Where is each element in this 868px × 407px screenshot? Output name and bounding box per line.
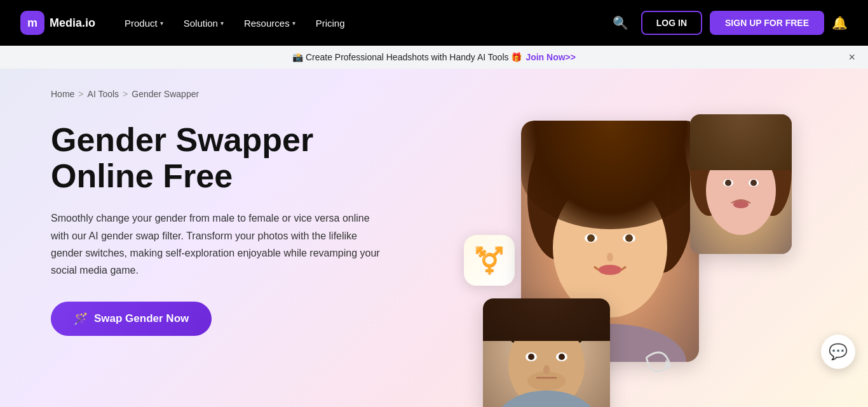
logo-text: Media.io <box>50 17 95 30</box>
logo[interactable]: m Media.io <box>20 11 95 35</box>
logo-icon: m <box>20 11 44 35</box>
chevron-down-icon: ▾ <box>160 20 163 27</box>
svg-point-3 <box>553 178 667 317</box>
svg-point-19 <box>733 201 749 208</box>
chat-widget[interactable]: 💬 <box>821 335 855 369</box>
breadcrumb-home[interactable]: Home <box>51 89 74 99</box>
signup-button[interactable]: SIGN UP FOR FREE <box>710 11 824 35</box>
nav-item-product[interactable]: Product ▾ <box>116 13 172 34</box>
gender-symbol-icon: ⚧️ <box>473 246 505 276</box>
breadcrumb-current: Gender Swapper <box>132 89 199 99</box>
male-portrait-card <box>483 298 610 407</box>
breadcrumb: Home > AI Tools > Gender Swapper <box>51 89 817 99</box>
svg-point-26 <box>527 371 566 390</box>
bell-icon[interactable]: 🔔 <box>832 15 848 30</box>
nav-item-pricing[interactable]: Pricing <box>307 13 354 34</box>
svg-point-8 <box>599 265 621 275</box>
svg-point-5 <box>587 234 595 242</box>
svg-point-16 <box>725 180 731 186</box>
breadcrumb-ai-tools[interactable]: AI Tools <box>88 89 119 99</box>
navbar: m Media.io Product ▾ Solution ▾ Resource… <box>0 0 868 46</box>
secondary-portrait-image <box>690 114 792 254</box>
swap-gender-button[interactable]: 🪄 Swap Gender Now <box>51 302 212 336</box>
nav-item-resources[interactable]: Resources ▾ <box>235 13 304 34</box>
hero-title: Gender Swapper Online Free <box>51 122 419 194</box>
hero-left: Gender Swapper Online Free Smoothly chan… <box>51 114 419 336</box>
banner-text: 📸 Create Professional Headshots with Han… <box>292 52 522 62</box>
banner-close-button[interactable]: × <box>848 51 855 64</box>
nav-item-solution[interactable]: Solution ▾ <box>175 13 233 34</box>
swap-icon: 🪄 <box>74 312 88 326</box>
svg-point-29 <box>496 390 597 407</box>
announcement-banner: 📸 Create Professional Headshots with Han… <box>0 46 868 69</box>
hero-section: Home > AI Tools > Gender Swapper Gender … <box>0 69 868 407</box>
svg-point-11 <box>696 114 785 171</box>
hero-images: ⚧️ <box>445 108 817 407</box>
chevron-down-icon: ▾ <box>292 20 295 27</box>
svg-point-7 <box>625 234 633 242</box>
search-button[interactable]: 🔍 <box>607 10 634 36</box>
svg-point-23 <box>528 354 534 360</box>
svg-point-0 <box>534 121 686 210</box>
gender-symbol-bubble: ⚧️ <box>464 235 515 286</box>
svg-point-25 <box>559 354 565 360</box>
login-button[interactable]: LOG IN <box>641 11 702 35</box>
svg-point-28 <box>543 365 550 374</box>
secondary-portrait-svg <box>690 114 792 254</box>
nav-right: 🔍 LOG IN SIGN UP FOR FREE 🔔 <box>607 10 848 36</box>
secondary-portrait-card <box>690 114 792 254</box>
svg-point-9 <box>607 253 613 262</box>
chat-icon: 💬 <box>829 343 848 361</box>
nav-links: Product ▾ Solution ▾ Resources ▾ Pricing <box>116 13 602 34</box>
breadcrumb-separator-2: > <box>123 89 128 99</box>
chevron-down-icon: ▾ <box>220 20 224 27</box>
male-portrait-svg <box>483 298 610 407</box>
hero-description: Smoothly change your gender from male to… <box>51 210 381 279</box>
svg-point-14 <box>706 146 776 235</box>
breadcrumb-separator-1: > <box>78 89 83 99</box>
hero-content: Gender Swapper Online Free Smoothly chan… <box>51 114 817 407</box>
banner-link[interactable]: Join Now>> <box>526 52 576 62</box>
male-portrait-image <box>483 298 610 407</box>
svg-point-18 <box>750 180 757 186</box>
